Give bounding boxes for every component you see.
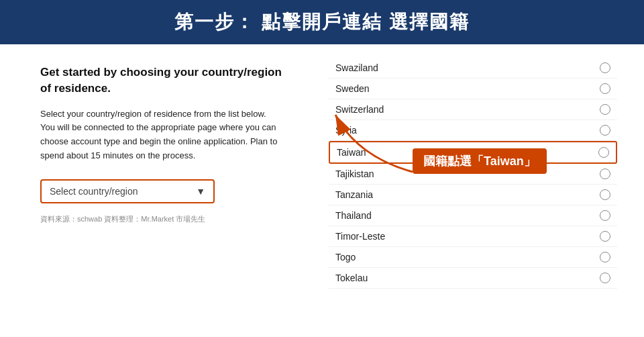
country-list-item[interactable]: Tanzania xyxy=(329,185,617,205)
country-list-item[interactable]: Timor-Leste xyxy=(329,226,617,247)
country-name: Swaziland xyxy=(335,62,378,73)
left-description: Select your country/region of residence … xyxy=(40,107,282,163)
country-name: Tajikistan xyxy=(335,168,374,179)
country-name: Sweden xyxy=(335,83,370,94)
country-radio[interactable] xyxy=(600,62,610,73)
country-radio[interactable] xyxy=(600,231,610,242)
dropdown-arrow-icon: ▼ xyxy=(196,186,205,197)
country-list-item[interactable]: Thailand xyxy=(329,205,617,226)
country-name: Tokelau xyxy=(335,273,368,283)
country-name: Switzerland xyxy=(335,104,384,115)
country-name: Togo xyxy=(335,252,356,262)
country-radio[interactable] xyxy=(600,168,610,179)
right-panel: SwazilandSwedenSwitzerlandSyriaTaiwanTaj… xyxy=(309,44,644,337)
source-note: 資料來源：schwab 資料整理：Mr.Market 市場先生 xyxy=(40,214,282,224)
country-radio[interactable] xyxy=(600,125,610,136)
country-radio[interactable] xyxy=(600,210,610,221)
left-panel: Get started by choosing your country/reg… xyxy=(0,44,309,337)
country-name: Tanzania xyxy=(335,189,373,200)
left-title: Get started by choosing your country/reg… xyxy=(40,64,282,97)
header-title: 第一步： 點擊開戶連結 選擇國籍 xyxy=(174,11,470,32)
country-radio[interactable] xyxy=(600,273,610,283)
country-radio[interactable] xyxy=(600,104,610,115)
main-content: Get started by choosing your country/reg… xyxy=(0,44,644,337)
country-list-item[interactable]: Tokelau xyxy=(329,268,617,289)
country-radio[interactable] xyxy=(600,252,610,262)
country-select[interactable]: Select country/region ▼ xyxy=(40,179,215,203)
country-radio[interactable] xyxy=(598,147,609,158)
country-list-item[interactable]: Switzerland xyxy=(329,99,617,120)
country-name: Taiwan xyxy=(337,147,366,158)
annotation-label: 國籍點選「Taiwan」 xyxy=(413,148,547,174)
page-header: 第一步： 點擊開戶連結 選擇國籍 xyxy=(0,0,644,44)
country-radio[interactable] xyxy=(600,83,610,94)
select-placeholder-text: Select country/region xyxy=(50,186,196,197)
country-list-item[interactable]: Togo xyxy=(329,247,617,268)
country-radio[interactable] xyxy=(600,189,610,200)
country-name: Syria xyxy=(335,125,357,136)
country-list-item[interactable]: Syria xyxy=(329,120,617,141)
country-name: Timor-Leste xyxy=(335,231,385,242)
country-list-item[interactable]: Swaziland xyxy=(329,58,617,79)
country-list-item[interactable]: Sweden xyxy=(329,79,617,99)
country-name: Thailand xyxy=(335,210,372,221)
